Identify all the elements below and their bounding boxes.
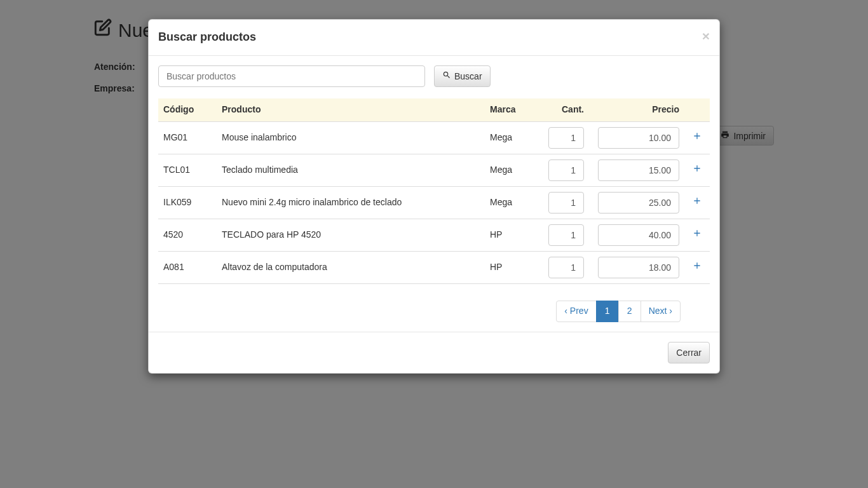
cell-product: Nuevo mini 2.4g micro inalambrico de tec… [217, 186, 485, 219]
plus-icon [692, 228, 702, 241]
search-button-label: Buscar [454, 71, 482, 81]
price-input[interactable] [598, 192, 679, 214]
search-button[interactable]: Buscar [434, 65, 491, 87]
th-brand: Marca [485, 98, 538, 121]
quantity-input[interactable] [548, 257, 584, 278]
price-input[interactable] [598, 127, 679, 149]
table-row: TCL01Teclado multimediaMega [158, 154, 710, 186]
table-row: MG01Mouse inalambricoMega [158, 121, 710, 154]
page-active[interactable]: 1 [596, 301, 619, 322]
cell-brand: HP [485, 251, 538, 283]
close-icon[interactable]: × [702, 29, 710, 43]
products-table: Código Producto Marca Cant. Precio MG01M… [158, 98, 710, 284]
close-button[interactable]: Cerrar [668, 342, 710, 363]
th-product: Producto [217, 98, 485, 121]
modal-body: Buscar Código Producto Marca Cant. Preci… [149, 56, 719, 332]
cell-product: Teclado multimedia [217, 154, 485, 186]
add-product-button[interactable] [689, 196, 705, 210]
add-product-button[interactable] [689, 228, 705, 242]
quantity-input[interactable] [548, 159, 584, 181]
add-product-button[interactable] [689, 261, 705, 274]
cell-brand: Mega [485, 154, 538, 186]
plus-icon [692, 163, 702, 177]
cell-product: TECLADO para HP 4520 [217, 219, 485, 251]
page-next[interactable]: Next › [641, 301, 681, 322]
search-row: Buscar [158, 65, 710, 87]
modal-footer: Cerrar [149, 332, 719, 373]
cell-code: A081 [158, 251, 217, 283]
modal-content: Buscar productos × Buscar Código Product… [148, 19, 720, 374]
pagination: ‹ Prev12Next › [158, 301, 710, 322]
add-product-button[interactable] [689, 163, 705, 177]
modal-title: Buscar productos [158, 29, 710, 46]
price-input[interactable] [598, 257, 679, 278]
quantity-input[interactable] [548, 192, 584, 214]
th-code: Código [158, 98, 217, 121]
table-row: 4520TECLADO para HP 4520HP [158, 219, 710, 251]
cell-code: MG01 [158, 121, 217, 154]
page-prev[interactable]: ‹ Prev [556, 301, 596, 322]
cell-brand: HP [485, 219, 538, 251]
page-2[interactable]: 2 [618, 301, 641, 322]
plus-icon [692, 196, 702, 209]
cell-brand: Mega [485, 186, 538, 219]
cell-product: Mouse inalambrico [217, 121, 485, 154]
search-icon [442, 71, 451, 81]
cell-code: TCL01 [158, 154, 217, 186]
table-row: ILK059Nuevo mini 2.4g micro inalambrico … [158, 186, 710, 219]
modal-header: Buscar productos × [149, 20, 719, 56]
modal-dialog: Buscar productos × Buscar Código Product… [148, 19, 720, 374]
search-input[interactable] [158, 65, 425, 87]
plus-icon [692, 131, 702, 144]
cell-brand: Mega [485, 121, 538, 154]
cell-code: ILK059 [158, 186, 217, 219]
price-input[interactable] [598, 224, 679, 246]
quantity-input[interactable] [548, 224, 584, 246]
th-price: Precio [589, 98, 684, 121]
table-row: A081Altavoz de la computadoraHP [158, 251, 710, 283]
th-qty: Cant. [538, 98, 589, 121]
quantity-input[interactable] [548, 127, 584, 149]
cell-code: 4520 [158, 219, 217, 251]
price-input[interactable] [598, 159, 679, 181]
cell-product: Altavoz de la computadora [217, 251, 485, 283]
add-product-button[interactable] [689, 131, 705, 145]
plus-icon [692, 261, 702, 274]
